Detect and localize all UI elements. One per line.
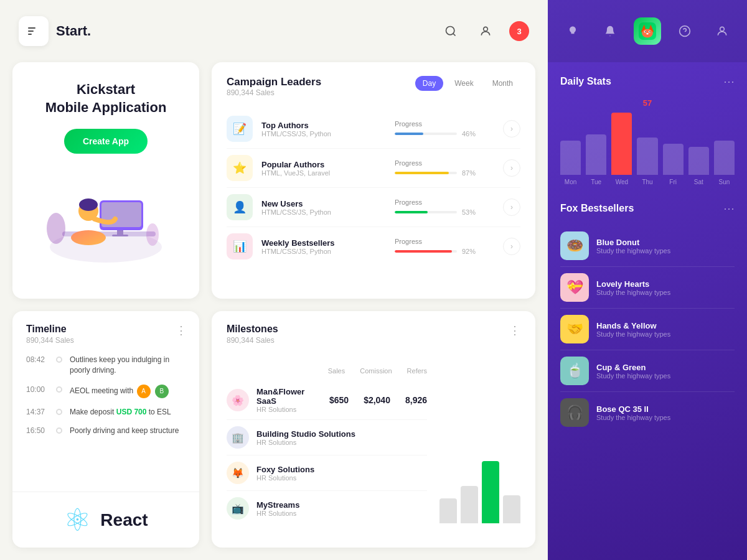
timeline-more[interactable]: ⋮: [176, 324, 187, 337]
nav-notification-btn[interactable]: [596, 17, 624, 45]
timeline-item-3: 14:37 Make deposit USD 700 to ESL: [26, 407, 186, 418]
campaign-card: Campaign Leaders 890,344 Sales Day Week …: [212, 62, 535, 299]
top-authors-icon: 📝: [227, 116, 253, 142]
sidebar-nav: [548, 0, 747, 62]
timeline-item-2: 10:00 AEOL meeting with A B: [26, 385, 186, 398]
man-flower-icon: 🌸: [227, 389, 249, 411]
bar-fri: Fri: [663, 144, 684, 185]
nav-fox-btn[interactable]: [634, 17, 661, 45]
nav-help-btn[interactable]: [671, 17, 698, 45]
svg-rect-9: [117, 230, 123, 235]
new-users-chevron[interactable]: ›: [503, 198, 520, 216]
campaign-row-popular-authors: ⭐ Popular Authors HTML, VueJS, Laravel P…: [227, 149, 520, 188]
cup-green-thumb: 🍵: [560, 357, 589, 385]
campaign-row-new-users: 👤 New Users HTML/CSS/JS, Python Progress…: [227, 188, 520, 227]
svg-point-14: [47, 213, 65, 244]
bar-mon: Mon: [560, 141, 581, 185]
bestseller-hands-yellow[interactable]: 🤝 Hands & Yellow Study the highway types: [560, 309, 735, 350]
lovely-hearts-thumb: 💝: [560, 273, 589, 302]
bar-tue: Tue: [586, 134, 606, 185]
milestones-list: Sales Comission Refers 🌸 Man&Flower SaaS…: [227, 365, 427, 526]
tab-week[interactable]: Week: [447, 76, 481, 91]
daily-stats-title: Daily Stats: [560, 76, 611, 87]
create-app-button[interactable]: Create App: [64, 129, 148, 154]
nav-profile-btn[interactable]: [708, 17, 736, 45]
notification-badge[interactable]: 3: [509, 21, 529, 41]
chart-peak-value: 57: [643, 98, 652, 108]
bar-wed: Wed: [611, 113, 632, 185]
campaign-header: Campaign Leaders 890,344 Sales Day Week …: [227, 76, 520, 97]
period-tabs: Day Week Month: [415, 76, 520, 91]
popular-authors-info: Popular Authors HTML, VueJS, Laravel: [261, 160, 386, 177]
svg-point-4: [484, 27, 488, 31]
bestseller-lovely-hearts[interactable]: 💝 Lovely Hearts Study the highway types: [560, 267, 735, 309]
top-authors-chevron[interactable]: ›: [503, 120, 520, 138]
svg-rect-1: [28, 30, 34, 32]
right-sidebar: Daily Stats ⋯ 57 Mon Tue Wed: [548, 0, 747, 560]
bestseller-blue-donut[interactable]: 🍩 Blue Donut Study the highway types: [560, 225, 735, 267]
popular-authors-chevron[interactable]: ›: [503, 159, 520, 177]
milestone-row-mystreams: 📺 MyStreams HR Solutions: [227, 491, 427, 526]
svg-point-15: [146, 223, 159, 246]
fox-bestsellers-title: Fox Bestsellers: [560, 203, 634, 214]
daily-stats-more[interactable]: ⋯: [723, 75, 735, 88]
timeline-card: Timeline 890,344 Sales ⋮ 08:42 Outlines …: [12, 311, 199, 548]
weekly-bestsellers-chevron[interactable]: ›: [503, 238, 520, 255]
logo-text: Start.: [56, 23, 91, 39]
milestones-more[interactable]: ⋮: [509, 324, 520, 337]
svg-point-11: [71, 230, 106, 245]
svg-point-23: [649, 31, 651, 32]
blue-donut-thumb: 🍩: [560, 231, 589, 260]
kickstart-title: Kickstart Mobile Application: [45, 81, 167, 116]
header: Start. 3: [0, 0, 548, 62]
top-authors-progress: Progress 46%: [395, 120, 494, 138]
popular-authors-icon: ⭐: [227, 155, 253, 181]
bestseller-cup-green[interactable]: 🍵 Cup & Green Study the highway types: [560, 350, 735, 392]
milestones-subtitle: 890,344 Sales: [227, 336, 278, 345]
search-icon-btn[interactable]: [439, 20, 462, 42]
illustration: [27, 166, 184, 266]
timeline-subtitle: 890,344 Sales: [26, 336, 186, 345]
building-studio-icon: 🏢: [227, 426, 249, 449]
milestones-chart: [439, 365, 520, 526]
fox-bestsellers-more[interactable]: ⋯: [723, 202, 735, 215]
timeline-item-1: 08:42 Outlines keep you indulging in poo…: [26, 355, 186, 376]
milestones-card: Milestones 890,344 Sales ⋮ Sales Comissi…: [212, 311, 535, 548]
milestone-row-foxy: 🦊 Foxy Solutions HR Solutions: [227, 455, 427, 491]
fox-bestsellers-header: Fox Bestsellers ⋯: [560, 202, 735, 215]
tab-month[interactable]: Month: [485, 76, 520, 91]
campaign-row-top-authors: 📝 Top Authors HTML/CSS/JS, Python Progre…: [227, 110, 520, 149]
milestone-row-building-studio: 🏢 Building Studio Solutions HR Solutions: [227, 420, 427, 455]
mystreams-icon: 📺: [227, 497, 249, 520]
milestone-row-man-flower: 🌸 Man&Flower SaaS HR Solutions $650 $2,0…: [227, 381, 427, 420]
weekly-bestsellers-progress: Progress 92%: [395, 238, 494, 255]
nav-lightbulb-btn[interactable]: [559, 17, 586, 45]
logo-icon: [19, 16, 49, 46]
foxy-icon: 🦊: [227, 462, 249, 484]
popular-authors-progress: Progress 87%: [395, 159, 494, 177]
user-icon-btn[interactable]: [474, 20, 497, 42]
tab-day[interactable]: Day: [415, 76, 443, 91]
kickstart-card: Kickstart Mobile Application Create App: [12, 62, 199, 299]
bar-sun: Sun: [714, 141, 735, 185]
bestseller-bose-qc35[interactable]: 🎧 Bose QC 35 II Study the highway types: [560, 392, 735, 433]
new-users-progress: Progress 53%: [395, 198, 494, 216]
campaign-row-weekly-bestsellers: 📊 Weekly Bestsellers HTML/CSS/JS, Python…: [227, 227, 520, 266]
fox-bestsellers-section: Fox Bestsellers ⋯ 🍩 Blue Donut Study the…: [548, 192, 747, 560]
bar-sat: Sat: [688, 147, 709, 185]
bar-thu: Thu: [637, 138, 657, 185]
new-users-icon: 👤: [227, 194, 253, 220]
campaign-title: Campaign Leaders: [227, 76, 321, 88]
daily-stats-chart: 57 Mon Tue Wed Thu: [560, 98, 735, 185]
weekly-bestsellers-icon: 📊: [227, 233, 253, 259]
milestones-header: Milestones 890,344 Sales ⋮: [227, 324, 520, 355]
header-icons: 3: [439, 20, 529, 42]
svg-point-26: [720, 27, 725, 31]
milestones-content: Sales Comission Refers 🌸 Man&Flower SaaS…: [227, 365, 520, 526]
svg-point-13: [79, 198, 98, 211]
daily-stats-header: Daily Stats ⋯: [560, 75, 735, 88]
milestones-title: Milestones: [227, 324, 278, 335]
svg-rect-2: [28, 34, 32, 35]
svg-rect-10: [112, 235, 128, 236]
campaign-subtitle: 890,344 Sales: [227, 88, 321, 97]
